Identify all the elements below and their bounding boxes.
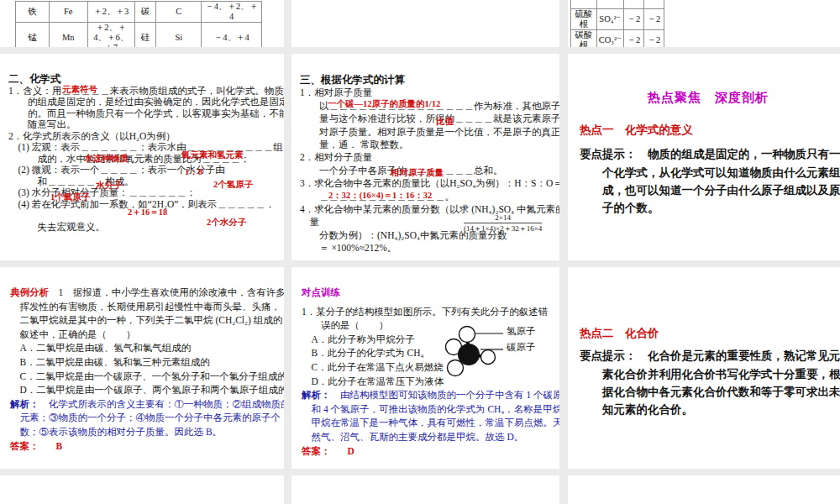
text-line: 子的个数。 (580, 199, 837, 217)
bottom-cut-panel (568, 475, 840, 504)
text-line: 解析： 由结构模型图可知该物质的一个分子中含有 1 个碳原子 (302, 388, 558, 402)
text-line: 答案：D (302, 444, 558, 459)
table-cell: 铁 (16, 2, 50, 23)
text-line: 1．含义：用＿＿＿＿＿来表示物质组成的式子，叫化学式。物质 (8, 86, 282, 97)
analysis-text: 元素；③物质的一个分子；④物质一个分子中各元素的原子个 (10, 411, 282, 425)
valence-table: 铁 Fe ＋2、＋3 碳 C －4、＋2、＋4 锰 Mn ＋2、＋4、＋6、＋7… (15, 1, 262, 47)
table-cell (571, 0, 597, 9)
bottom-cut-panel (0, 475, 284, 504)
section-title: 三、根据化学式的计算 (300, 74, 558, 87)
text-line: 成，也可以知道一个分子由什么原子组成以及原 (580, 181, 837, 199)
answer-value: B (56, 441, 63, 451)
table-cell: 碳酸根 (571, 30, 597, 47)
text-line: 对原子质量。相对原子质量是一个比值，不是原子的真正质 (300, 126, 558, 139)
table-cell: CO₃²⁻ (596, 30, 623, 47)
table-cell (596, 0, 623, 9)
table-cell: ＋2、＋4、＋6、＋7 (87, 23, 134, 47)
analysis-text: 甲烷在常温下是一种气体，具有可燃性，常温下易点燃。天 (302, 416, 558, 430)
text-line: 叙述中，正确的是（ ） (10, 328, 282, 342)
text-line: 随意写出。 (8, 119, 282, 131)
text-line: 挥发性的有害物质，长期使用易引起慢性中毒而头晕、头痛， (10, 300, 282, 314)
bottom-cut-panel (291, 475, 559, 504)
fraction-numerator: 2×14 (464, 213, 542, 223)
red-answer-annotation: 2＋16＝18 (128, 207, 167, 218)
table-cell: C (156, 2, 202, 23)
analysis-label: 解析： (10, 399, 39, 409)
text-line: 二氯甲烷就是其中的一种，下列关于二氯甲烷 (CH₂Cl₂) 组成的 (10, 313, 282, 328)
option-c: C．二氯甲烷是由一个碳原子、一个氢分子和一个氯分子组成的 (10, 370, 282, 384)
section-title: 二、化学式 (8, 74, 282, 86)
analysis-text: 和 4 个氢原子，可推出该物质的化学式为 CH₄，名称是甲烷； (302, 402, 558, 417)
table-row: 硫酸根 SO₄²⁻ －2 －2 (571, 9, 664, 30)
text-line: 要点提示： 物质的组成是固定的，一种物质只有一 (580, 145, 837, 163)
option-a: A．二氯甲烷是由碳、氢气和氯气组成的 (10, 341, 282, 355)
text-line: 答案：B (10, 439, 282, 454)
red-answer-annotation: 比值 (436, 116, 454, 128)
top-radical-table-panel: 硫酸根 SO₄²⁻ －2 －2 碳酸根 CO₃²⁻ －2 －2 (568, 0, 840, 47)
table-cell: Fe (49, 2, 87, 23)
analysis-text: 然气、沼气、瓦斯的主要成分都是甲烷。故选 D。 (302, 430, 558, 444)
text-line: 据化合物中各元素化合价代数和等于零可求出未 (580, 383, 837, 401)
hotspot-focus-panel: 热点聚焦 深度剖析 热点一 化学式的意义 要点提示： 物质的组成是固定的，一种物… (568, 54, 840, 260)
table-cell (643, 0, 664, 9)
table-cell: －2 (643, 9, 664, 30)
hotspot-2-panel: 热点二 化合价 要点提示： 化合价是元素的重要性质，熟记常见元 素化合价并利用化… (568, 267, 840, 469)
methane-molecule-diagram (441, 309, 559, 378)
table-cell: －2 (643, 30, 664, 47)
table-cell (623, 0, 643, 9)
table-cell: 锰 (16, 23, 50, 47)
red-answer-annotation: 水这种物质 (84, 153, 129, 165)
table-cell: ＋2、＋3 (87, 2, 134, 23)
text-line: 2．化学式所表示的含义（以H₂O为例） (8, 131, 282, 143)
fraction-denominator: (14＋1×4)×2＋32＋16×4 (464, 223, 542, 233)
red-answer-annotation: 2：32：(16×4)＝1：16：32 (328, 190, 432, 202)
carbon-atom-label: 碳原子 (507, 341, 536, 354)
red-answer-annotation: 氧元素和氢元素 (181, 150, 244, 161)
top-valence-table-panel: 铁 Fe ＋2、＋3 碳 C －4、＋2、＋4 锰 Mn ＋2、＋4、＋6、＋7… (0, 0, 284, 47)
red-answer-annotation: 2个氢原子 (213, 179, 253, 191)
table-cell: －4、＋4 (202, 23, 262, 47)
text-line: 的。而且一种物质只有一个化学式，以客观事实为基础，不能 (8, 108, 282, 120)
question-text: 1 据报道，中小学生喜欢使用的涂改液中，含有许多 (49, 287, 284, 297)
analysis-text: 数；⑤表示该物质的相对分子质量。因此选 B。 (10, 425, 282, 439)
example-label: 典例分析 (10, 287, 49, 297)
red-answer-annotation: 1个氧原子 (50, 192, 90, 203)
option-d: D．二氯甲烷是由一个碳原子、两个氢原子和两个氯原子组成的 (10, 383, 282, 397)
calculation-section-panel: 三、根据化学式的计算 1．相对原子质量 以＿＿＿＿＿＿＿＿＿＿＿＿＿＿＿作为标准… (291, 54, 559, 260)
answer-value: D (348, 446, 354, 456)
text-line: 解析： 化学式所表示的含义主要有：①一种物质；②组成物质的 (10, 397, 282, 412)
table-row: 铁 Fe ＋2、＋3 碳 C －4、＋2、＋4 (16, 2, 262, 23)
text-line: 量与这个标准进行比较，所得的＿＿＿＿就是该元素原子的相 (300, 113, 558, 125)
table-row: 碳酸根 CO₃²⁻ －2 －2 (571, 30, 664, 47)
red-answer-annotation: 相对原子质量 (391, 167, 444, 179)
table-cell: －2 (623, 30, 643, 47)
table-cell: 碳 (134, 2, 156, 23)
table-cell: 硅 (134, 23, 156, 47)
red-answer-annotation: 元素符号 (62, 84, 97, 96)
text-line: 要点提示： 化合价是元素的重要性质，熟记常见元 (580, 347, 837, 365)
hotspot-topic-1: 热点一 化学式的意义 (580, 121, 837, 139)
practice-panel: 对点训练 1．某分子的结构模型如图所示。下列有关此分子的叙述错 误的是（ ） A… (291, 267, 559, 469)
text-line: 个化学式，从化学式可以知道物质由什么元素组 (580, 164, 837, 181)
table-cell: SO₄²⁻ (596, 9, 623, 30)
option-b: B．二氯甲烷是由碳、氢和氯三种元素组成的 (10, 355, 282, 370)
top-empty-panel (291, 0, 559, 47)
slide-page: { "colors":{"bg":"#ebebeb","panel":"#fff… (0, 0, 840, 504)
red-answer-annotation: 一个碳—12原子的质量的1/12 (328, 98, 440, 110)
mass-fraction-formula: 2×14 (14＋1×4)×2＋32＋16×4 (464, 213, 542, 233)
text-line: 素化合价并利用化合价书写化学式十分重要，根 (580, 365, 837, 383)
radical-table: 硫酸根 SO₄²⁻ －2 －2 碳酸根 CO₃²⁻ －2 －2 (570, 0, 664, 47)
text-line: 量，通． 常取整数。 (300, 139, 558, 151)
analysis-label: 解析： (302, 390, 331, 400)
analysis-text: 化学式所表示的含义主要有：①一种物质；②组成物质的 (39, 399, 285, 409)
text-line: 知元素的化合价。 (580, 401, 837, 418)
table-cell: Mn (49, 23, 87, 47)
table-cell: Si (156, 23, 202, 47)
practice-title: 对点训练 (302, 286, 558, 300)
red-answer-annotation: 2个水分子 (207, 217, 246, 228)
red-answer-annotation: 水分子 (96, 180, 123, 192)
text-line: 典例分析 1 据报道，中小学生喜欢使用的涂改液中，含有许多 (10, 286, 282, 300)
table-row: 锰 Mn ＋2、＋4、＋6、＋7 硅 Si －4、＋4 (16, 23, 262, 47)
table-row (571, 0, 664, 9)
hydrogen-atom-label: 氢原子 (507, 325, 536, 338)
